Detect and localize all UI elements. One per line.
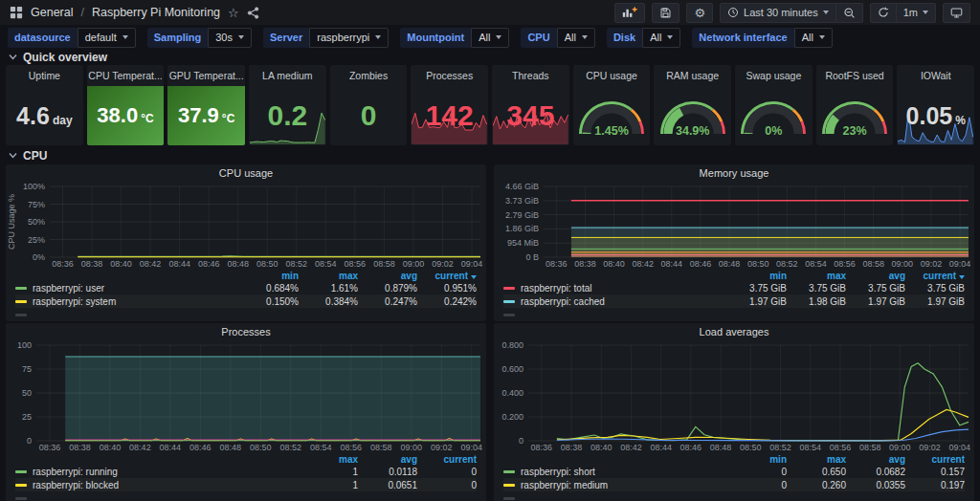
svg-text:08:44: 08:44 bbox=[650, 443, 672, 452]
legend-value: 0 bbox=[727, 480, 787, 490]
svg-text:08:50: 08:50 bbox=[256, 259, 278, 269]
legend-col-min[interactable]: min bbox=[727, 454, 787, 465]
add-panel-button[interactable] bbox=[614, 3, 645, 23]
legend-value: 0.879% bbox=[358, 283, 417, 294]
svg-text:08:40: 08:40 bbox=[110, 259, 132, 269]
svg-text:75%: 75% bbox=[28, 200, 45, 209]
legend-col-avg[interactable]: avg bbox=[358, 454, 417, 465]
svg-text:09:04: 09:04 bbox=[949, 259, 971, 269]
panel-title[interactable]: Memory usage bbox=[494, 164, 974, 182]
variable-cpu: CPU All bbox=[521, 28, 594, 48]
share-icon[interactable] bbox=[247, 7, 259, 19]
svg-text:0.200: 0.200 bbox=[501, 412, 523, 422]
refresh-interval-picker[interactable]: 1m bbox=[897, 3, 936, 23]
legend-col-max[interactable]: max bbox=[299, 454, 358, 465]
series-label[interactable]: raspberrypi: user bbox=[33, 283, 239, 294]
svg-text:08:42: 08:42 bbox=[620, 443, 642, 452]
svg-text:08:46: 08:46 bbox=[680, 443, 702, 452]
series-label[interactable]: raspberrypi: total bbox=[521, 283, 727, 294]
chevron-down-icon bbox=[496, 35, 501, 39]
legend-col-min[interactable]: min bbox=[727, 271, 787, 281]
svg-text:08:54: 08:54 bbox=[310, 443, 332, 452]
panel-cpu-usage-graph: CPU usage 0%25%50%75%100%08:3608:3808:40… bbox=[6, 164, 486, 321]
panel-title[interactable]: IOWait bbox=[897, 65, 974, 86]
panel-title[interactable]: CPU usage bbox=[6, 164, 486, 182]
variable-value-dropdown[interactable]: 30s bbox=[208, 28, 252, 48]
apps-grid-icon[interactable] bbox=[10, 6, 23, 19]
legend-row: raspberrypi: blocked 1 0.0651 0 bbox=[15, 478, 477, 491]
variable-value-dropdown[interactable]: All bbox=[642, 28, 680, 48]
panel-title[interactable]: Swap usage bbox=[735, 65, 813, 86]
series-label[interactable]: raspberrypi: cached bbox=[521, 296, 727, 307]
svg-text:954 MiB: 954 MiB bbox=[507, 238, 539, 248]
star-icon[interactable]: ☆ bbox=[228, 7, 239, 19]
panel-uptime: Uptime 4.6day bbox=[6, 65, 83, 145]
save-dashboard-button[interactable] bbox=[652, 3, 679, 23]
panel-title[interactable]: Uptime bbox=[6, 65, 83, 86]
legend-col-current[interactable]: current bbox=[417, 271, 477, 281]
legend-value: 3.75 GiB bbox=[905, 283, 965, 294]
legend-col-max[interactable]: max bbox=[787, 271, 846, 281]
panel-processes-graph: Processes 025507510008:3608:3808:4008:42… bbox=[6, 323, 486, 501]
load-averages-plot[interactable]: 00.2000.4000.6000.80008:3608:3808:4008:4… bbox=[494, 340, 974, 453]
panel-title[interactable]: RAM usage bbox=[654, 65, 731, 86]
legend-value: 1.98 GiB bbox=[787, 296, 846, 307]
legend-col-max[interactable]: max bbox=[299, 271, 358, 281]
svg-text:08:56: 08:56 bbox=[834, 259, 856, 269]
legend-col-min[interactable]: min bbox=[239, 271, 299, 281]
panel-title[interactable]: CPU Temperat... bbox=[87, 65, 165, 86]
variable-value-dropdown[interactable]: All bbox=[794, 28, 833, 48]
variable-value-dropdown[interactable]: All bbox=[471, 28, 509, 48]
svg-text:0%: 0% bbox=[33, 252, 45, 262]
svg-text:08:52: 08:52 bbox=[286, 259, 308, 269]
variable-label: datasource bbox=[8, 28, 78, 48]
variable-value-dropdown[interactable]: default bbox=[78, 28, 136, 48]
panel-title[interactable]: Processes bbox=[6, 323, 486, 340]
variable-value-dropdown[interactable]: raspberrypi bbox=[309, 28, 389, 48]
variable-value-dropdown[interactable]: All bbox=[557, 28, 595, 48]
panel-title[interactable]: Threads bbox=[492, 65, 569, 86]
legend-col-avg[interactable]: avg bbox=[358, 271, 417, 281]
series-label[interactable]: raspberrypi: running bbox=[33, 467, 299, 477]
gauge-value: 0% bbox=[735, 124, 813, 138]
series-label[interactable]: raspberrypi: short bbox=[521, 467, 727, 477]
panel-title[interactable]: GPU Temperat... bbox=[167, 65, 245, 86]
panel-threads-stat: Threads 345 bbox=[492, 65, 569, 145]
breadcrumb-section[interactable]: General bbox=[31, 6, 73, 19]
series-label[interactable]: raspberrypi: blocked bbox=[33, 480, 299, 490]
section-quick-overview[interactable]: Quick overview bbox=[0, 50, 980, 64]
svg-text:08:38: 08:38 bbox=[561, 443, 583, 452]
panel-title[interactable]: RootFS used bbox=[816, 65, 894, 86]
panel-title[interactable]: Zombies bbox=[330, 65, 408, 86]
panel-title[interactable]: Processes bbox=[411, 65, 488, 86]
legend-col-current[interactable]: current bbox=[417, 454, 477, 465]
processes-plot[interactable]: 025507510008:3608:3808:4008:4208:4408:46… bbox=[6, 340, 486, 453]
legend-header: min max avg current bbox=[503, 453, 965, 465]
panel-title[interactable]: Load averages bbox=[494, 323, 974, 340]
panel-title[interactable]: LA medium bbox=[249, 65, 326, 86]
gear-icon: ⚙ bbox=[694, 7, 705, 19]
series-label[interactable]: raspberrypi: medium bbox=[521, 480, 727, 490]
panel-rootfs-used-gauge: RootFS used 23% bbox=[816, 65, 894, 145]
gauge: 1.45% bbox=[573, 94, 651, 138]
legend-col-max[interactable]: max bbox=[787, 454, 846, 465]
legend-col-current[interactable]: current bbox=[905, 454, 965, 465]
memory-usage-plot[interactable]: 0 B954 MiB1.86 GiB2.79 GiB3.73 GiB4.66 G… bbox=[494, 182, 974, 270]
legend-col-avg[interactable]: avg bbox=[846, 454, 905, 465]
legend-row-clipped bbox=[15, 491, 477, 501]
svg-text:08:46: 08:46 bbox=[189, 443, 212, 452]
zoom-out-time-button[interactable] bbox=[836, 3, 863, 23]
svg-text:08:36: 08:36 bbox=[39, 443, 61, 452]
kiosk-mode-button[interactable] bbox=[943, 3, 970, 23]
time-range-picker[interactable]: Last 30 minutes bbox=[720, 3, 836, 23]
refresh-button[interactable] bbox=[870, 3, 897, 23]
legend-col-current[interactable]: current bbox=[905, 271, 965, 281]
legend-row: raspberrypi: medium 0 0.260 0.0355 0.197 bbox=[503, 478, 965, 491]
series-label[interactable]: raspberrypi: system bbox=[33, 296, 239, 307]
panel-title[interactable]: CPU usage bbox=[573, 65, 651, 86]
legend-col-avg[interactable]: avg bbox=[846, 271, 905, 281]
cpu-usage-plot[interactable]: 0%25%50%75%100%08:3608:3808:4008:4208:44… bbox=[6, 182, 486, 270]
dashboard-settings-button[interactable]: ⚙ bbox=[686, 3, 713, 23]
series-color-marker bbox=[503, 287, 515, 290]
section-cpu[interactable]: CPU bbox=[0, 148, 980, 163]
